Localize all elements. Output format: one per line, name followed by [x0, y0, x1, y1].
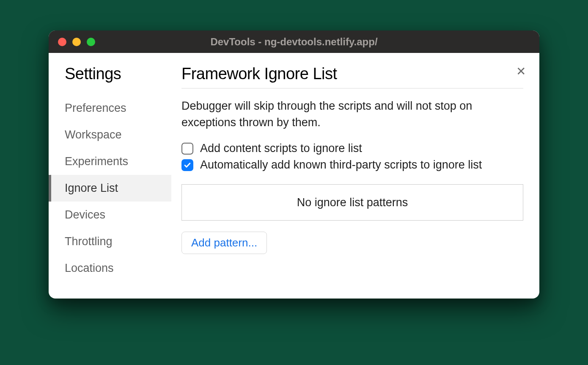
sidebar-item-label: Ignore List — [65, 182, 118, 194]
window-title: DevTools - ng-devtools.netlify.app/ — [210, 36, 377, 48]
titlebar: DevTools - ng-devtools.netlify.app/ — [49, 30, 539, 53]
sidebar-item-workspace[interactable]: Workspace — [49, 122, 171, 148]
divider — [181, 88, 523, 88]
sidebar-title: Settings — [49, 65, 171, 83]
traffic-lights — [58, 38, 95, 46]
close-window-button[interactable] — [58, 38, 66, 46]
third-party-checkbox[interactable] — [181, 159, 193, 171]
content-area: ✕ Settings Preferences Workspace Experim… — [49, 53, 539, 299]
sidebar-item-preferences[interactable]: Preferences — [49, 95, 171, 122]
third-party-label: Automatically add known third-party scri… — [200, 158, 482, 171]
devtools-settings-window: DevTools - ng-devtools.netlify.app/ ✕ Se… — [49, 30, 539, 299]
description-text: Debugger will skip through the scripts a… — [181, 98, 523, 131]
checkbox-row-content-scripts: Add content scripts to ignore list — [181, 142, 523, 155]
sidebar-item-experiments[interactable]: Experiments — [49, 148, 171, 175]
close-icon[interactable]: ✕ — [516, 66, 526, 77]
checkmark-icon — [183, 161, 192, 169]
content-scripts-checkbox[interactable] — [181, 143, 193, 155]
patterns-list-empty: No ignore list patterns — [181, 184, 523, 221]
sidebar-item-label: Throttling — [65, 235, 113, 248]
checkbox-row-third-party: Automatically add known third-party scri… — [181, 158, 523, 171]
patterns-empty-text: No ignore list patterns — [297, 196, 408, 209]
content-scripts-label: Add content scripts to ignore list — [200, 142, 362, 155]
settings-sidebar: Settings Preferences Workspace Experimen… — [49, 53, 171, 299]
page-title: Framework Ignore List — [181, 65, 523, 83]
main-panel: Framework Ignore List Debugger will skip… — [171, 53, 539, 299]
sidebar-item-label: Experiments — [65, 155, 128, 168]
maximize-window-button[interactable] — [87, 38, 95, 46]
sidebar-item-label: Devices — [65, 208, 105, 221]
sidebar-item-label: Workspace — [65, 128, 122, 141]
sidebar-item-throttling[interactable]: Throttling — [49, 228, 171, 255]
add-pattern-button[interactable]: Add pattern... — [181, 232, 267, 254]
sidebar-item-label: Preferences — [65, 102, 126, 114]
add-pattern-label: Add pattern... — [191, 236, 257, 249]
sidebar-item-label: Locations — [65, 262, 114, 274]
sidebar-item-devices[interactable]: Devices — [49, 202, 171, 228]
minimize-window-button[interactable] — [72, 38, 81, 46]
sidebar-item-ignore-list[interactable]: Ignore List — [49, 175, 171, 202]
sidebar-item-locations[interactable]: Locations — [49, 255, 171, 282]
